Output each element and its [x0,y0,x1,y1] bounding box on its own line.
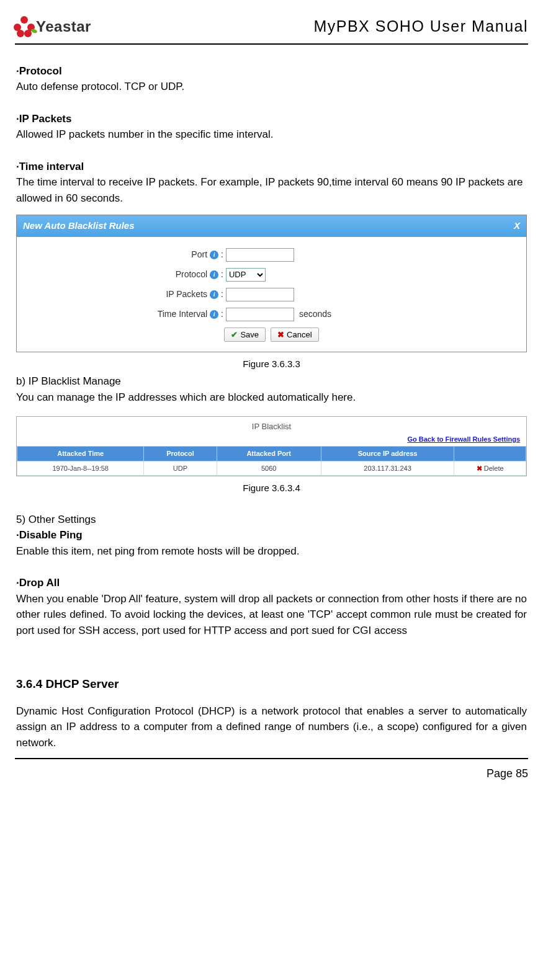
page-number: Page 85 [487,767,528,780]
cell-port: 5060 [217,461,321,476]
col-attacked-port: Attacked Port [217,447,321,461]
time-interval-field-label: Time Interval [112,308,209,321]
ip-blacklist-table: Attacked Time Protocol Attacked Port Sou… [17,446,526,476]
protocol-text: Auto defense protocol. TCP or UDP. [16,79,527,95]
info-icon[interactable]: i [210,310,218,319]
cancel-button[interactable]: ✖ Cancel [271,327,318,342]
time-interval-input[interactable] [226,308,294,321]
info-icon[interactable]: i [210,290,218,299]
check-icon: ✔ [231,330,238,339]
section-b-heading: b) IP Blacklist Manage [16,373,527,390]
time-interval-label: ·Time interval [16,159,527,175]
x-icon: ✖ [277,330,284,339]
ip-packets-input[interactable] [226,288,294,301]
ip-packets-label: ·IP Packets [16,111,527,127]
new-auto-blacklist-dialog: New Auto Blacklist Rules X Port i: Proto… [16,215,527,352]
dialog-header: New Auto Blacklist Rules X [17,215,526,237]
col-protocol: Protocol [144,447,217,461]
ip-packets-text: Allowed IP packets number in the specifi… [16,127,527,143]
disable-ping-text: Enable this item, net ping from remote h… [16,543,527,559]
save-button-label: Save [240,330,259,339]
table-header-row: Attacked Time Protocol Attacked Port Sou… [17,447,526,461]
dialog-title: New Auto Blacklist Rules [23,219,135,233]
ip-blacklist-panel: IP Blacklist Go Back to Firewall Rules S… [16,416,527,476]
ip-blacklist-title: IP Blacklist [17,417,526,434]
figure-caption-2: Figure 3.6.3.4 [16,481,527,496]
document-title: MyPBX SOHO User Manual [313,15,528,38]
time-interval-text: The time interval to receive IP packets.… [16,174,527,206]
delete-label: Delete [484,465,504,472]
table-row: 1970-Jan-8--19:58 UDP 5060 203.117.31.24… [17,461,526,476]
protocol-field-label: Protocol [112,268,209,281]
info-icon[interactable]: i [210,270,218,279]
section-b-text: You can manage the IP addresses which ar… [16,390,527,406]
drop-all-text: When you enable 'Drop All' feature, syst… [16,591,527,639]
section-5-heading: 5) Other Settings [16,512,527,528]
port-label: Port [112,248,209,261]
col-actions [454,447,526,461]
flower-icon [15,17,34,36]
logo-text: Yeastar [36,16,91,38]
figure-caption-1: Figure 3.6.3.3 [16,357,527,372]
col-attacked-time: Attacked Time [17,447,144,461]
page-footer: Page 85 [15,758,528,782]
delete-button[interactable]: ✖ Delete [454,461,526,476]
dhcp-heading: 3.6.4 DHCP Server [16,675,527,693]
cell-time: 1970-Jan-8--19:58 [17,461,144,476]
x-icon: ✖ [477,465,482,472]
protocol-select[interactable]: UDP [226,268,266,282]
go-back-link[interactable]: Go Back to Firewall Rules Settings [407,435,520,443]
logo: Yeastar [15,16,91,38]
info-icon[interactable]: i [210,251,218,259]
cancel-button-label: Cancel [287,330,312,339]
col-source-ip: Source IP address [321,447,454,461]
drop-all-label: ·Drop All [16,575,527,591]
page-header: Yeastar MyPBX SOHO User Manual [15,15,528,45]
ip-packets-field-label: IP Packets [112,288,209,301]
save-button[interactable]: ✔ Save [224,327,266,342]
cell-source: 203.117.31.243 [321,461,454,476]
protocol-label: ·Protocol [16,63,527,79]
port-input[interactable] [226,248,294,262]
close-icon[interactable]: X [514,219,520,233]
cell-protocol: UDP [144,461,217,476]
disable-ping-label: ·Disable Ping [16,527,527,543]
dhcp-text: Dynamic Host Configuration Protocol (DHC… [16,703,527,751]
seconds-label: seconds [294,308,431,321]
